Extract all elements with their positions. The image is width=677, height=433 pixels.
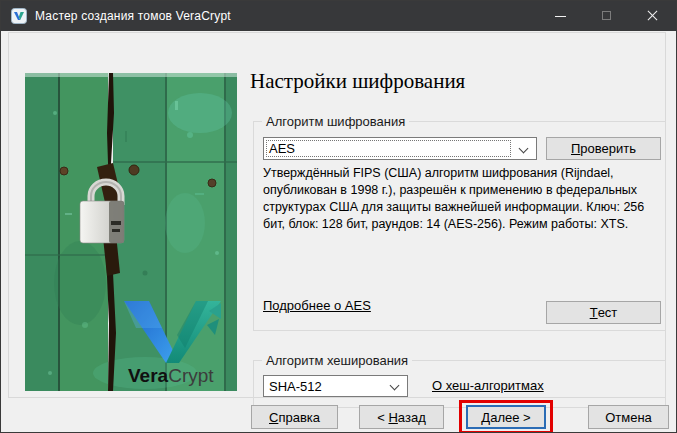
hash-algorithms-link[interactable]: О хеш-алгоритмах [432, 378, 544, 393]
wizard-content-panel: VeraCrypt Настройки шифрования Алгоритм … [8, 32, 666, 398]
door-lock-image: VeraCrypt [25, 73, 237, 391]
more-about-aes-link[interactable]: Подробнее о AES [263, 298, 371, 313]
svg-text:VeraCrypt: VeraCrypt [128, 365, 214, 386]
page-title: Настройки шифрования [250, 69, 465, 94]
hash-group-label: Алгоритм хеширования [262, 353, 412, 368]
encryption-algorithm-group: Алгоритм шифрования AES Проверить Утверж… [253, 121, 666, 331]
encryption-group-label: Алгоритм шифрования [262, 114, 409, 129]
hash-algorithm-value: SHA-512 [269, 379, 322, 394]
focus-rect [266, 140, 511, 157]
window-title: Мастер создания томов VeraCrypt [35, 9, 231, 23]
minimize-button[interactable] [538, 1, 584, 31]
back-button[interactable]: < Назад [359, 405, 444, 429]
chevron-down-icon [519, 144, 529, 154]
hash-algorithm-group: Алгоритм хеширования SHA-512 О хеш-алгор… [253, 360, 666, 408]
minimize-icon [555, 16, 566, 17]
cancel-button[interactable]: Отмена [588, 405, 669, 429]
help-button[interactable]: Справка [251, 405, 338, 429]
close-button[interactable] [630, 1, 676, 31]
test-button[interactable]: Тест [546, 301, 661, 324]
chevron-down-icon [390, 381, 400, 391]
veracrypt-app-icon [11, 8, 27, 24]
maximize-button [584, 1, 630, 31]
titlebar[interactable]: Мастер создания томов VeraCrypt [1, 1, 676, 31]
encryption-algorithm-select[interactable]: AES [263, 137, 537, 160]
hash-algorithm-select[interactable]: SHA-512 [263, 375, 408, 397]
benchmark-button[interactable]: Проверить [546, 137, 661, 160]
veracrypt-wizard-window: Мастер создания томов VeraCrypt [0, 0, 677, 433]
algorithm-description: Утверждённый FIPS (США) алгоритм шифрова… [263, 165, 660, 233]
next-button[interactable]: Далее > [466, 405, 546, 429]
maximize-icon [602, 11, 611, 20]
encryption-algorithm-value: AES [269, 141, 295, 156]
